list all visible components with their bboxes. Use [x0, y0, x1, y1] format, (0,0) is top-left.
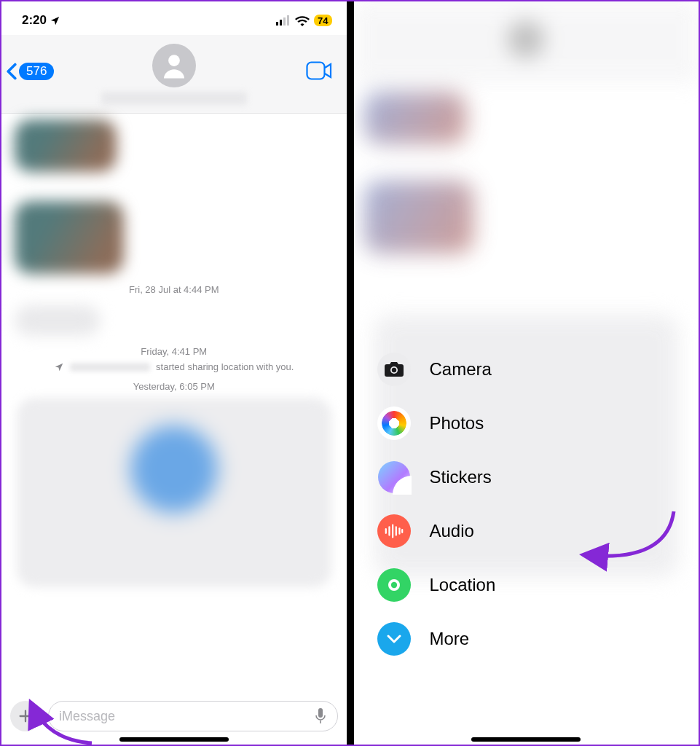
- more-icon: [377, 622, 411, 656]
- menu-item-camera[interactable]: Camera: [373, 342, 606, 396]
- chevron-down-icon: [386, 634, 402, 644]
- svg-rect-5: [307, 63, 324, 79]
- back-button[interactable]: 576: [6, 63, 54, 80]
- message-bubble-redacted: [15, 305, 101, 336]
- status-bar: 2:20 74: [1, 1, 347, 35]
- timestamp: Friday, 4:41 PM: [10, 346, 338, 357]
- wifi-icon: [295, 15, 310, 26]
- menu-label: Photos: [430, 413, 484, 433]
- redacted-name: [70, 363, 150, 372]
- attachment-menu: Camera Photos Stickers: [373, 342, 606, 666]
- menu-item-audio[interactable]: Audio: [373, 504, 606, 558]
- timestamp: Yesterday, 6:05 PM: [10, 381, 338, 392]
- photos-icon: [377, 407, 411, 440]
- conversation-nav-bar: 576: [1, 35, 347, 114]
- location-arrow-icon: [54, 362, 64, 372]
- audio-icon: [377, 514, 411, 548]
- person-icon: [159, 50, 189, 81]
- timestamp: Fri, 28 Jul at 4:44 PM: [10, 284, 338, 295]
- facetime-button[interactable]: [306, 61, 332, 83]
- menu-item-more[interactable]: More: [373, 612, 606, 666]
- menu-item-location[interactable]: Location: [373, 558, 606, 612]
- home-indicator: [119, 737, 229, 742]
- battery-level: 74: [314, 15, 331, 26]
- unread-badge: 576: [19, 63, 54, 80]
- message-placeholder: iMessage: [59, 709, 115, 724]
- message-input[interactable]: iMessage: [48, 701, 338, 731]
- svg-rect-2: [283, 17, 286, 25]
- svg-point-10: [391, 368, 396, 372]
- menu-label: Audio: [430, 521, 474, 541]
- plus-icon: [17, 708, 34, 724]
- location-arrow-icon: [50, 15, 60, 26]
- svg-rect-3: [287, 15, 289, 25]
- home-indicator: [471, 737, 581, 742]
- video-icon: [306, 61, 332, 80]
- plus-button[interactable]: [10, 701, 41, 731]
- status-right: 74: [276, 15, 331, 26]
- camera-icon: [377, 353, 411, 386]
- menu-label: Location: [430, 575, 496, 595]
- stickers-icon: [377, 460, 411, 494]
- status-time: 2:20: [22, 13, 47, 28]
- message-bubble-redacted: [15, 119, 117, 172]
- svg-point-18: [390, 582, 396, 588]
- message-card-redacted: [17, 398, 331, 587]
- right-screenshot: Camera Photos Stickers: [354, 1, 699, 745]
- menu-item-photos[interactable]: Photos: [373, 396, 606, 450]
- chevron-left-icon: [6, 63, 17, 80]
- message-bubble-redacted: [15, 201, 124, 274]
- cellular-signal-icon: [276, 15, 291, 25]
- menu-label: Stickers: [430, 467, 492, 487]
- svg-rect-0: [276, 22, 278, 25]
- contact-avatar[interactable]: [152, 44, 196, 87]
- microphone-icon[interactable]: [314, 707, 327, 725]
- menu-label: Camera: [430, 359, 492, 380]
- left-screenshot: 2:20 74 576 Fri, 2: [1, 1, 347, 745]
- svg-rect-8: [318, 708, 323, 718]
- compose-bar: iMessage: [1, 701, 347, 731]
- contact-name-redacted: [101, 92, 247, 105]
- chat-scroll[interactable]: Fri, 28 Jul at 4:44 PM Friday, 4:41 PM s…: [1, 114, 347, 587]
- location-share-event: started sharing location with you.: [10, 361, 338, 372]
- location-icon: [377, 568, 411, 602]
- location-share-text: started sharing location with you.: [156, 361, 294, 372]
- menu-item-stickers[interactable]: Stickers: [373, 450, 606, 504]
- svg-point-4: [168, 55, 180, 66]
- menu-label: More: [430, 629, 470, 649]
- status-left: 2:20: [22, 13, 60, 28]
- svg-rect-1: [280, 20, 282, 25]
